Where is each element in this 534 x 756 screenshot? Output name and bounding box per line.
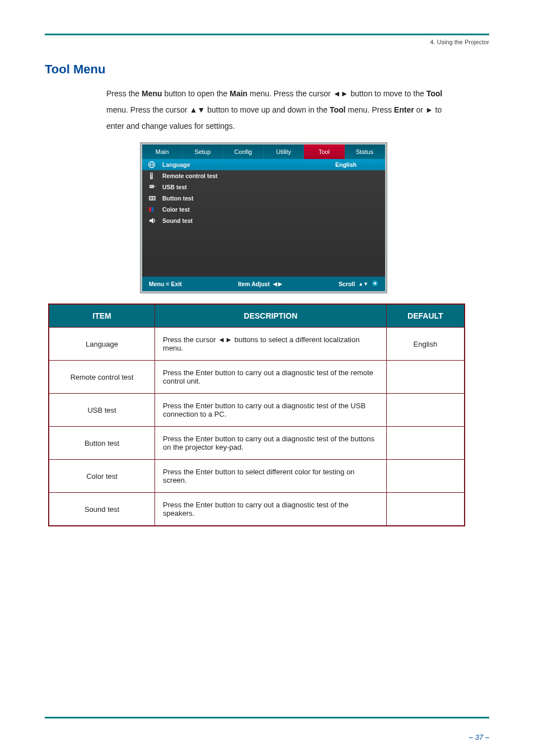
gear-icon <box>372 280 378 288</box>
osd-item-remote-control-test: Remote control test <box>142 170 385 181</box>
osd-item-sound-test: Sound test <box>142 215 385 226</box>
table-row: Color testPress the Enter button to sele… <box>49 460 465 493</box>
button-icon <box>148 194 157 202</box>
osd-body: LanguageEnglishRemote control testUSB te… <box>142 159 385 277</box>
osd-tab-bar: MainSetupConfigUtilityToolStatus <box>142 144 385 159</box>
table-row: LanguagePress the cursor ◄► buttons to s… <box>49 328 465 361</box>
svg-point-6 <box>151 176 152 178</box>
tool-menu-table: ITEM DESCRIPTION DEFAULT LanguagePress t… <box>48 304 465 526</box>
left-right-icon: ◀ ▶ <box>273 281 283 287</box>
svg-rect-14 <box>152 207 154 212</box>
globe-icon <box>148 161 157 169</box>
svg-point-18 <box>374 282 376 284</box>
osd-footer: Menu = Exit Item Adjust ◀ ▶ Scroll ▲▼ <box>142 277 385 291</box>
cell-item: Language <box>49 328 155 361</box>
osd-item-color-test: Color test <box>142 204 385 215</box>
osd-footer-adjust: Item Adjust ◀ ▶ <box>238 281 282 287</box>
header-divider <box>45 34 489 35</box>
osd-footer-scroll: Scroll ▲▼ <box>339 280 378 288</box>
osd-item-label: Color test <box>162 206 312 213</box>
speaker-icon <box>148 217 157 225</box>
up-down-icon: ▲▼ <box>190 105 205 114</box>
usb-icon <box>148 183 157 191</box>
instruction-text: Press the Menu button to open the Main m… <box>106 88 489 100</box>
osd-footer-exit: Menu = Exit <box>149 281 182 287</box>
remote-icon <box>148 172 157 180</box>
svg-point-5 <box>151 175 152 176</box>
cell-description: Press the cursor ◄► buttons to select a … <box>155 328 387 361</box>
osd-tab-tool: Tool <box>304 144 344 159</box>
page-number: – 37 – <box>469 733 489 741</box>
up-down-icon: ▲▼ <box>358 281 368 287</box>
svg-rect-8 <box>154 186 156 187</box>
colors-icon <box>148 206 157 213</box>
footer-divider <box>45 717 489 718</box>
cell-default <box>386 493 465 526</box>
osd-item-label: USB test <box>162 184 312 190</box>
cell-default <box>386 427 465 460</box>
osd-tab-setup: Setup <box>182 144 223 159</box>
osd-tab-utility: Utility <box>264 144 304 159</box>
svg-rect-11 <box>150 197 152 199</box>
cell-item: Button test <box>49 427 155 460</box>
svg-rect-10 <box>149 196 156 200</box>
cell-default <box>386 460 465 493</box>
osd-item-label: Button test <box>162 195 312 202</box>
osd-item-label: Language <box>162 161 312 168</box>
instruction-text: enter and change values for settings. <box>106 120 489 132</box>
table-header-row: ITEM DESCRIPTION DEFAULT <box>49 304 465 328</box>
cell-default: English <box>386 328 465 361</box>
osd-tab-main: Main <box>142 144 182 159</box>
cell-item: Color test <box>49 460 155 493</box>
col-header-description: DESCRIPTION <box>155 304 387 328</box>
svg-rect-7 <box>149 185 154 188</box>
cell-default <box>386 394 465 427</box>
osd-item-usb-test: USB test <box>142 181 385 193</box>
section-title: Tool Menu <box>45 62 489 77</box>
osd-tab-status: Status <box>345 144 385 159</box>
osd-menu-screenshot: MainSetupConfigUtilityToolStatus Languag… <box>140 142 387 293</box>
table-row: Remote control testPress the Enter butto… <box>49 361 465 394</box>
cell-description: Press the Enter button to carry out a di… <box>155 394 387 427</box>
col-header-item: ITEM <box>49 304 155 328</box>
col-header-default: DEFAULT <box>386 304 465 328</box>
svg-rect-12 <box>153 197 154 199</box>
cell-description: Press the Enter button to carry out a di… <box>155 427 387 460</box>
cell-description: Press the Enter button to carry out a di… <box>155 361 387 394</box>
cell-item: Remote control test <box>49 361 155 394</box>
header-label: 4. Using the Projector <box>45 39 489 45</box>
svg-rect-13 <box>149 207 151 212</box>
instruction-text: menu. Press the cursor ▲▼ button to move… <box>106 104 489 116</box>
osd-item-language: LanguageEnglish <box>142 159 385 170</box>
right-icon: ► <box>425 105 433 114</box>
cell-description: Press the Enter button to carry out a di… <box>155 493 387 526</box>
osd-item-label: Remote control test <box>162 172 312 179</box>
osd-item-value: English <box>312 161 380 168</box>
left-right-icon: ◄► <box>218 335 232 344</box>
table-row: Sound testPress the Enter button to carr… <box>49 493 465 526</box>
svg-rect-4 <box>151 174 152 175</box>
cell-item: USB test <box>49 394 155 427</box>
osd-tab-config: Config <box>223 144 264 159</box>
table-row: USB testPress the Enter button to carry … <box>49 394 465 427</box>
table-row: Button testPress the Enter button to car… <box>49 427 465 460</box>
svg-point-9 <box>151 185 151 186</box>
cell-description: Press the Enter button to select differe… <box>155 460 387 493</box>
left-right-icon: ◄► <box>333 89 349 98</box>
svg-marker-16 <box>149 218 153 223</box>
osd-item-label: Sound test <box>162 217 312 224</box>
cell-default <box>386 361 465 394</box>
cell-item: Sound test <box>49 493 155 526</box>
osd-item-button-test: Button test <box>142 193 385 204</box>
